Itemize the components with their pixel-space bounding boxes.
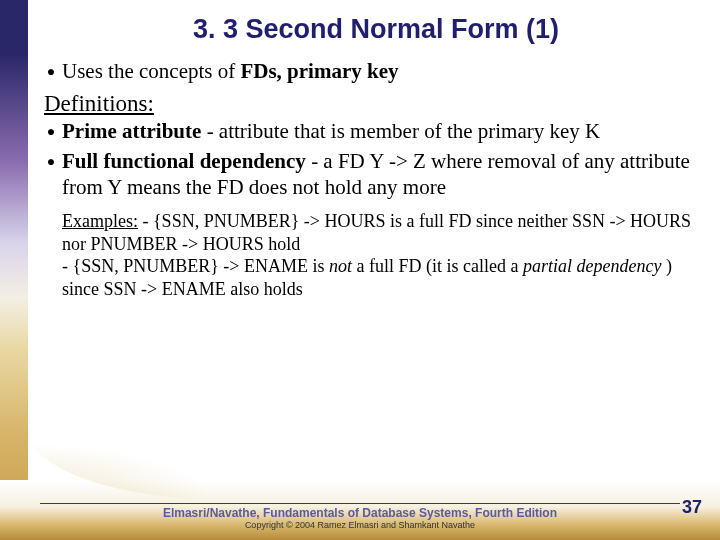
definition-full-fd: ● Full functional dependency - a FD Y ->…: [44, 149, 708, 200]
slide: 3. 3 Second Normal Form (1) ● Uses the c…: [0, 0, 720, 540]
example-2-part-a: - {SSN, PNUMBER} -> ENAME is: [62, 256, 329, 276]
example-2-part-b: a full FD (it is called a: [352, 256, 523, 276]
footer-copyright: Copyright © 2004 Ramez Elmasri and Shamk…: [0, 520, 720, 530]
intro-line: ● Uses the concepts of FDs, primary key: [44, 59, 708, 85]
definitions-heading: Definitions:: [44, 91, 708, 117]
left-gradient-strip: [0, 0, 28, 540]
examples-block: Examples: - {SSN, PNUMBER} -> HOURS is a…: [62, 210, 708, 300]
intro-bold: FDs, primary key: [240, 59, 398, 83]
intro-pre: Uses the concepts of: [62, 59, 240, 83]
definition-text: Full functional dependency - a FD Y -> Z…: [62, 149, 708, 200]
bullet-icon: ●: [44, 119, 58, 145]
bullet-icon: ●: [44, 149, 58, 175]
bullet-icon: ●: [44, 59, 58, 85]
slide-footer: Elmasri/Navathe, Fundamentals of Databas…: [0, 503, 720, 530]
footer-title: Elmasri/Navathe, Fundamentals of Databas…: [0, 506, 720, 520]
example-1: - {SSN, PNUMBER} -> HOURS is a full FD s…: [62, 211, 691, 254]
term-full-fd: Full functional dependency: [62, 149, 306, 173]
example-2: - {SSN, PNUMBER} -> ENAME is not a full …: [62, 256, 672, 299]
slide-title: 3. 3 Second Normal Form (1): [44, 14, 708, 45]
examples-label: Examples:: [62, 211, 138, 231]
term-prime-attribute: Prime attribute: [62, 119, 201, 143]
definition-prime-attribute: ● Prime attribute - attribute that is me…: [44, 119, 708, 145]
definition-text: Prime attribute - attribute that is memb…: [62, 119, 600, 145]
example-2-not: not: [329, 256, 352, 276]
intro-text: Uses the concepts of FDs, primary key: [62, 59, 399, 85]
footer-rule: [40, 503, 680, 504]
term-prime-attribute-desc: - attribute that is member of the primar…: [201, 119, 600, 143]
slide-content: 3. 3 Second Normal Form (1) ● Uses the c…: [44, 0, 708, 540]
page-number: 37: [682, 497, 702, 518]
example-2-partial: partial dependency: [523, 256, 661, 276]
